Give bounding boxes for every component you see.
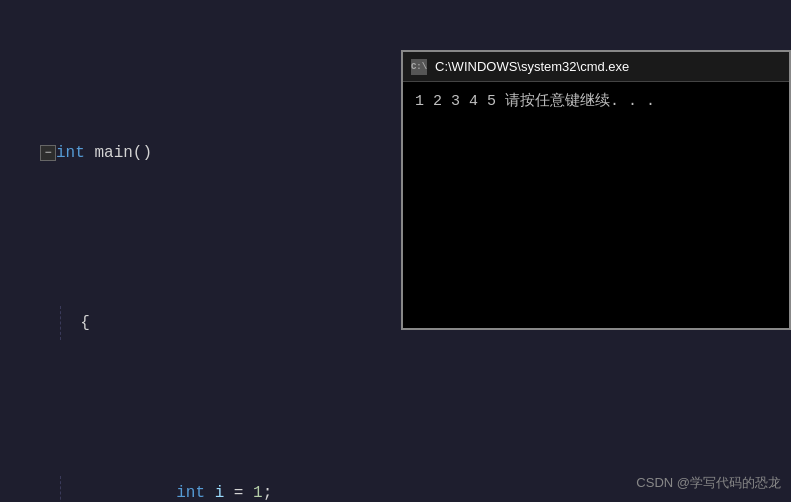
code-editor: − int main() { int i = 1; − bbox=[0, 0, 420, 502]
line-1-content: int main() bbox=[56, 136, 152, 170]
cmd-window: C:\ C:\WINDOWS\system32\cmd.exe 1 2 3 4 … bbox=[401, 50, 791, 330]
line-3-content: int i = 1; bbox=[61, 459, 272, 502]
code-line-1: − int main() bbox=[30, 136, 420, 170]
watermark-text: CSDN @学写代码的恐龙 bbox=[636, 475, 781, 490]
collapse-btn-1[interactable]: − bbox=[40, 145, 56, 161]
line-2-content: { bbox=[61, 306, 90, 340]
code-line-2: { bbox=[30, 306, 420, 340]
num-1: 1 bbox=[253, 476, 263, 502]
cmd-output: 1 2 3 4 5 请按任意键继续. . . bbox=[403, 82, 789, 122]
kw-int: int bbox=[56, 136, 85, 170]
cmd-icon: C:\ bbox=[411, 59, 427, 75]
cmd-output-text: 1 2 3 4 5 请按任意键继续. . . bbox=[415, 93, 655, 110]
cmd-titlebar: C:\ C:\WINDOWS\system32\cmd.exe bbox=[403, 52, 789, 82]
kw-int-2: int bbox=[176, 476, 205, 502]
code-line-3: int i = 1; bbox=[30, 476, 420, 502]
code-content: − int main() { int i = 1; − bbox=[30, 0, 420, 502]
fn-main: main bbox=[94, 136, 132, 170]
watermark: CSDN @学写代码的恐龙 bbox=[636, 474, 781, 492]
var-i: i bbox=[215, 476, 225, 502]
cmd-title: C:\WINDOWS\system32\cmd.exe bbox=[435, 59, 629, 74]
